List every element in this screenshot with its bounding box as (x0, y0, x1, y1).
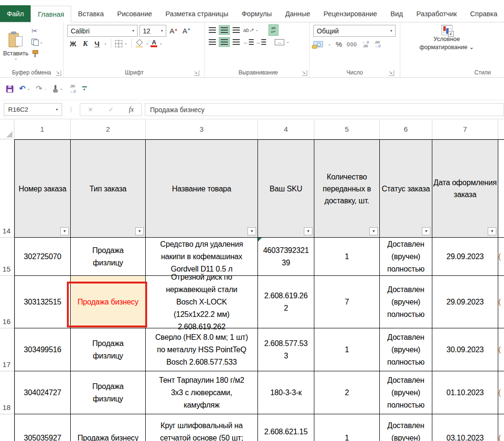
wrap-text-button[interactable]: abc↵ (269, 25, 278, 35)
cell-r16-product-name[interactable]: Отрезной диск по нержавеющей стали Bosch… (146, 276, 258, 328)
cell-r19-quantity[interactable]: 1 (314, 414, 380, 441)
font-color-button[interactable]: А (150, 40, 157, 47)
column-header-7[interactable]: 7 (432, 119, 498, 139)
tab-view[interactable]: Вид (384, 5, 409, 22)
undo-button[interactable]: ↶⌄ (18, 84, 32, 94)
filter-button[interactable]: ▼ (422, 227, 430, 235)
decrease-indent-button[interactable]: ← (243, 39, 254, 45)
table-header-order-number[interactable]: Номер заказа▼ (14, 139, 71, 238)
filter-button[interactable]: ▼ (247, 227, 256, 235)
increase-decimal-button[interactable]: ←,0,00 (362, 41, 369, 48)
cell-r16-quantity[interactable]: 7 (314, 276, 380, 328)
align-center-button[interactable] (219, 38, 229, 46)
cell-r16-sku[interactable]: 2.608.619.262 (258, 276, 314, 328)
cell-r18-clipped-column[interactable]: ( (498, 371, 504, 414)
column-header-8[interactable] (498, 119, 504, 139)
percent-format-button[interactable]: % (336, 40, 342, 48)
tab-page-layout[interactable]: Разметка страницы (159, 5, 235, 22)
cell-r15-order-number[interactable]: 302725070 (14, 238, 71, 276)
underline-button[interactable]: Ч (92, 40, 102, 48)
cell-r16-clipped-column[interactable]: ( (498, 276, 504, 328)
tab-insert[interactable]: Вставка (71, 5, 110, 22)
cell-r18-status[interactable]: Доставлен (вручен) полностью (380, 371, 432, 414)
filter-button[interactable]: ▼ (135, 227, 144, 235)
table-header-clipped[interactable] (498, 139, 504, 238)
number-dialog-launcher[interactable]: ↘ (389, 70, 394, 76)
table-header-order-date[interactable]: Дата оформления заказа▼ (432, 139, 498, 238)
copy-button[interactable]: ⌄ (32, 38, 43, 46)
align-bottom-button[interactable] (231, 26, 241, 34)
cell-r17-clipped-column[interactable]: ( (498, 328, 504, 371)
cell-r15-order-date[interactable]: 29.09.2023 (432, 238, 498, 276)
customize-qat-button[interactable]: ▾ (80, 85, 89, 93)
orientation-button[interactable]: ab↗ (243, 27, 253, 33)
cell-r18-product-name[interactable]: Тент Тарпаулин 180 г/м2 3х3 с люверсами,… (146, 371, 258, 414)
column-header-2[interactable]: 2 (71, 119, 146, 139)
cell-r15-sku[interactable]: 4603739232139 (258, 238, 314, 276)
cell-r18-quantity[interactable]: 2 (314, 371, 380, 414)
cell-r15-status[interactable]: Доставлен (вручен) полностью (380, 238, 432, 276)
clipboard-dialog-launcher[interactable]: ↘ (56, 70, 61, 76)
cell-r18-sku[interactable]: 180-3-3-к (258, 371, 314, 414)
italic-button[interactable]: К (81, 40, 90, 48)
bold-button[interactable]: Ж (67, 40, 79, 48)
row-header-14[interactable]: 14 (0, 139, 14, 238)
decrease-decimal-button[interactable]: ,00→,0 (374, 41, 381, 48)
cell-r19-product-name[interactable]: Круг шлифовальный на сетчатой основе (50… (146, 414, 258, 441)
column-header-3[interactable]: 3 (146, 119, 258, 139)
formula-bar-splitter[interactable]: ⋮ (68, 106, 74, 113)
filter-button[interactable]: ▼ (369, 227, 378, 235)
tab-developer[interactable]: Разработчик (410, 5, 464, 22)
tab-home[interactable]: Главная (31, 6, 71, 22)
align-right-button[interactable] (231, 38, 241, 46)
column-header-4[interactable]: 4 (258, 119, 314, 139)
row-header-17[interactable]: 17 (0, 328, 14, 371)
cell-r17-order-number[interactable]: 303499516 (14, 328, 71, 371)
table-header-status[interactable]: Статус заказа▼ (380, 139, 432, 238)
cell-r18-order-type[interactable]: Продажа физлицу (71, 371, 146, 414)
column-header-1[interactable]: 1 (14, 119, 71, 139)
comma-format-button[interactable]: 000 (347, 42, 357, 47)
fill-color-button[interactable] (136, 40, 144, 48)
cell-r17-order-date[interactable]: 30.09.2023 (432, 328, 498, 371)
filter-button[interactable]: ▼ (488, 227, 496, 235)
cell-r15-quantity[interactable]: 1 (314, 238, 380, 276)
row-header-18[interactable]: 18 (0, 371, 14, 414)
cell-r17-status[interactable]: Доставлен (вручен) полностью (380, 328, 432, 371)
cell-r19-status[interactable]: Доставлен (вручен) полностью (380, 414, 432, 441)
cell-r16-order-date[interactable]: 29.09.2023 (432, 276, 498, 328)
name-box[interactable]: R16C2▾ (4, 103, 62, 116)
cell-r17-quantity[interactable]: 1 (314, 328, 380, 371)
tab-formulas[interactable]: Формулы (235, 5, 279, 22)
cell-r15-order-type[interactable]: Продажа физлицу (71, 238, 146, 276)
confirm-entry-button[interactable]: ✓ (108, 106, 114, 113)
cut-button[interactable]: ✂ (32, 27, 43, 35)
cell-r19-sku[interactable]: 2.608.621.154 (258, 414, 314, 441)
font-size-combo[interactable]: 12▾ (139, 25, 166, 37)
table-header-quantity[interactable]: Количество переданных в доставку, шт.▼ (314, 139, 380, 238)
table-header-sku[interactable]: Ваш SKU▼ (258, 139, 314, 238)
qat-decrease-decimal-button[interactable]: ,00→,0 (67, 83, 77, 95)
cell-r18-order-date[interactable]: 01.10.2023 (432, 371, 498, 414)
font-name-combo[interactable]: Calibri▾ (67, 25, 138, 37)
merge-center-button[interactable]: ↔ (275, 39, 284, 45)
cell-r16-status[interactable]: Доставлен (вручен) полностью (380, 276, 432, 328)
insert-function-button[interactable]: fx (129, 106, 134, 114)
cell-r15-product-name[interactable]: Средство для удаления накипи в кофемашин… (146, 238, 258, 276)
save-button[interactable] (5, 84, 15, 94)
paste-button[interactable]: Вставить ⌄ (0, 25, 32, 67)
cell-r16-order-type[interactable]: Продажа бизнесу (71, 276, 146, 328)
row-header-19[interactable]: 19 (0, 414, 14, 441)
formula-input[interactable]: Продажа бизнесу (145, 103, 504, 116)
align-top-button[interactable] (207, 26, 217, 34)
font-dialog-launcher[interactable]: ↘ (194, 70, 199, 76)
column-header-6[interactable]: 6 (380, 119, 432, 139)
cell-r17-order-type[interactable]: Продажа физлицу (71, 328, 146, 371)
format-painter-button[interactable] (32, 50, 43, 58)
borders-button[interactable] (115, 40, 122, 47)
filter-button[interactable]: ▼ (60, 227, 69, 235)
row-header-15[interactable]: 15 (0, 238, 14, 276)
row-header-16[interactable]: 16 (0, 276, 14, 328)
cell-r17-sku[interactable]: 2.608.577.533 (258, 328, 314, 371)
cell-r17-product-name[interactable]: Сверло (HEX 8.0 мм; 1 шт) по металлу HSS… (146, 328, 258, 371)
